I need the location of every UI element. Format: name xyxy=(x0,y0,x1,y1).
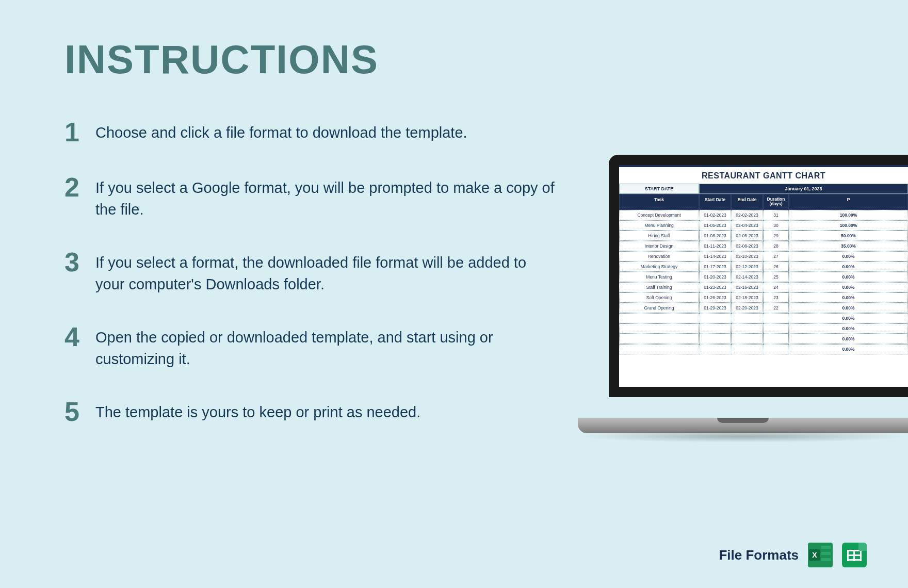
table-cell xyxy=(763,344,789,354)
table-cell: Soft Opening xyxy=(619,292,699,303)
table-cell: 0.00% xyxy=(789,323,908,334)
table-cell: Grand Opening xyxy=(619,303,699,313)
table-cell: 0.00% xyxy=(789,272,908,282)
table-cell xyxy=(763,334,789,344)
step-number: 1 xyxy=(64,119,95,145)
table-cell xyxy=(731,323,763,334)
table-cell: 01-14-2023 xyxy=(699,251,731,262)
col-percent: P xyxy=(789,194,908,210)
col-end: End Date xyxy=(731,194,763,210)
table-cell: 24 xyxy=(763,282,789,292)
sheet-rows: Concept Development01-02-202302-02-20233… xyxy=(619,210,908,354)
table-cell: 01-08-2023 xyxy=(699,231,731,241)
instruction-step: 4Open the copied or downloaded template,… xyxy=(64,323,555,370)
instruction-step: 2If you select a Google format, you will… xyxy=(64,174,555,220)
table-cell: 02-06-2023 xyxy=(731,231,763,241)
table-cell: Marketing Strategy xyxy=(619,262,699,272)
table-cell: 27 xyxy=(763,251,789,262)
table-cell: 02-16-2023 xyxy=(731,282,763,292)
col-start: Start Date xyxy=(699,194,731,210)
laptop-frame: RESTAURANT GANTT CHART START DATE Januar… xyxy=(609,155,908,397)
table-cell xyxy=(619,323,699,334)
table-cell xyxy=(731,334,763,344)
table-cell: 02-02-2023 xyxy=(731,210,763,220)
excel-icon[interactable] xyxy=(808,543,833,567)
table-cell: 01-23-2023 xyxy=(699,282,731,292)
table-cell: 0.00% xyxy=(789,262,908,272)
page-title: INSTRUCTIONS xyxy=(64,36,379,83)
table-cell: 30 xyxy=(763,220,789,231)
laptop-preview: RESTAURANT GANTT CHART START DATE Januar… xyxy=(598,155,908,433)
table-row: Interior Design01-11-202302-08-20232835.… xyxy=(619,241,908,251)
step-number: 5 xyxy=(64,398,95,425)
table-cell: 02-18-2023 xyxy=(731,292,763,303)
table-cell xyxy=(619,344,699,354)
table-cell: 01-26-2023 xyxy=(699,292,731,303)
table-cell: 0.00% xyxy=(789,251,908,262)
table-cell: 01-29-2023 xyxy=(699,303,731,313)
table-cell: 02-14-2023 xyxy=(731,272,763,282)
step-text: Choose and click a file format to downlo… xyxy=(95,119,467,143)
table-cell: 0.00% xyxy=(789,334,908,344)
table-cell xyxy=(699,334,731,344)
table-cell: Interior Design xyxy=(619,241,699,251)
table-cell xyxy=(731,344,763,354)
spreadsheet-preview: RESTAURANT GANTT CHART START DATE Januar… xyxy=(619,165,908,387)
table-row: 0.00% xyxy=(619,323,908,334)
table-cell: 02-08-2023 xyxy=(731,241,763,251)
table-cell xyxy=(699,344,731,354)
table-row: Menu Planning01-05-202302-04-202330100.0… xyxy=(619,220,908,231)
table-cell: 0.00% xyxy=(789,344,908,354)
table-cell xyxy=(699,313,731,323)
table-cell: 02-20-2023 xyxy=(731,303,763,313)
step-number: 4 xyxy=(64,323,95,350)
table-row: 0.00% xyxy=(619,334,908,344)
table-row: Soft Opening01-26-202302-18-2023230.00% xyxy=(619,292,908,303)
table-cell: 02-10-2023 xyxy=(731,251,763,262)
table-row: Hiring Staff01-08-202302-06-20232950.00% xyxy=(619,231,908,241)
table-cell: 02-12-2023 xyxy=(731,262,763,272)
table-cell xyxy=(731,313,763,323)
table-cell: Concept Development xyxy=(619,210,699,220)
file-formats: File Formats xyxy=(719,543,867,567)
table-row: Menu Testing01-20-202302-14-2023250.00% xyxy=(619,272,908,282)
table-cell: 01-20-2023 xyxy=(699,272,731,282)
step-number: 2 xyxy=(64,174,95,201)
table-cell: 01-02-2023 xyxy=(699,210,731,220)
table-cell: Menu Planning xyxy=(619,220,699,231)
table-cell xyxy=(619,334,699,344)
table-cell: 0.00% xyxy=(789,282,908,292)
table-cell: 50.00% xyxy=(789,231,908,241)
sheet-title: RESTAURANT GANTT CHART xyxy=(619,167,908,184)
file-formats-label: File Formats xyxy=(719,547,799,563)
table-row: 0.00% xyxy=(619,344,908,354)
table-cell: 26 xyxy=(763,262,789,272)
step-number: 3 xyxy=(64,249,95,275)
start-date-value: January 01, 2023 xyxy=(699,184,908,194)
table-cell: 01-11-2023 xyxy=(699,241,731,251)
table-cell: 0.00% xyxy=(789,303,908,313)
table-cell: 29 xyxy=(763,231,789,241)
table-cell: 01-05-2023 xyxy=(699,220,731,231)
instruction-step: 3If you select a format, the downloaded … xyxy=(64,249,555,295)
table-cell: 22 xyxy=(763,303,789,313)
table-row: 0.00% xyxy=(619,313,908,323)
col-task: Task xyxy=(619,194,699,210)
table-cell xyxy=(763,323,789,334)
table-row: Concept Development01-02-202302-02-20233… xyxy=(619,210,908,220)
start-date-label: START DATE xyxy=(619,184,699,194)
step-text: Open the copied or downloaded template, … xyxy=(95,323,555,370)
table-cell: 35.00% xyxy=(789,241,908,251)
table-cell: Hiring Staff xyxy=(619,231,699,241)
table-row: Grand Opening01-29-202302-20-2023220.00% xyxy=(619,303,908,313)
table-cell: Menu Testing xyxy=(619,272,699,282)
google-sheets-icon[interactable] xyxy=(842,543,867,567)
step-text: If you select a Google format, you will … xyxy=(95,174,555,220)
sheet-header-row: START DATE January 01, 2023 xyxy=(619,184,908,194)
instruction-step: 5The template is yours to keep or print … xyxy=(64,398,555,425)
table-cell: 100.00% xyxy=(789,210,908,220)
table-cell: 01-17-2023 xyxy=(699,262,731,272)
table-cell: 31 xyxy=(763,210,789,220)
laptop-notch xyxy=(717,418,769,423)
table-cell: 25 xyxy=(763,272,789,282)
